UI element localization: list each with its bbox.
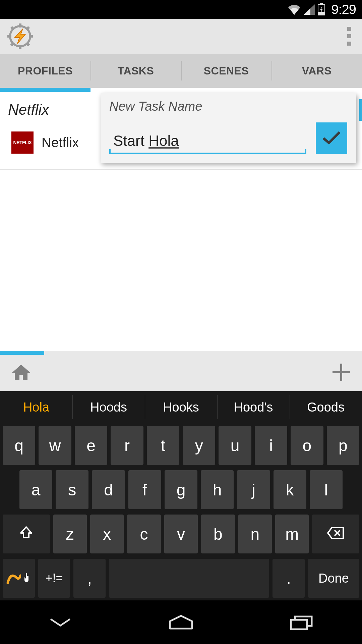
key-a[interactable]: a xyxy=(19,470,52,509)
tab-label: SCENES xyxy=(204,65,249,77)
nav-recent-button[interactable] xyxy=(282,612,322,632)
battery-charging-icon xyxy=(318,3,325,15)
tab-indicator xyxy=(0,88,90,92)
tab-profiles[interactable]: PROFILES xyxy=(0,54,90,88)
key-space[interactable] xyxy=(109,559,269,598)
suggestion-item[interactable]: Hood's xyxy=(217,391,290,423)
key-row-3: z x c v b n m xyxy=(0,512,362,556)
key-p[interactable]: p xyxy=(327,426,359,465)
suggestion-item[interactable]: Hoods xyxy=(72,391,145,423)
scroll-indicator xyxy=(359,99,362,121)
app-icon-netflix: NETFLIX xyxy=(11,131,34,154)
svg-rect-6 xyxy=(7,35,11,38)
key-v[interactable]: v xyxy=(164,515,198,553)
key-done[interactable]: Done xyxy=(308,559,359,598)
key-b[interactable]: b xyxy=(201,515,235,553)
input-underline xyxy=(109,153,306,154)
key-f[interactable]: f xyxy=(128,470,161,509)
tab-label: PROFILES xyxy=(18,65,73,77)
backspace-icon xyxy=(327,525,345,543)
home-button[interactable] xyxy=(11,363,32,383)
key-comma[interactable]: , xyxy=(73,559,106,598)
key-symbols[interactable]: +!= xyxy=(38,559,70,598)
svg-rect-4 xyxy=(19,23,21,28)
key-o[interactable]: o xyxy=(291,426,323,465)
confirm-button[interactable] xyxy=(316,122,347,154)
tab-label: VARS xyxy=(302,65,332,77)
toolbar-accent xyxy=(0,351,362,355)
key-k[interactable]: k xyxy=(274,470,306,509)
new-task-dialog: New Task Name Start Hola xyxy=(101,93,356,163)
svg-rect-5 xyxy=(19,45,21,49)
key-row-4: +!= , . Done xyxy=(0,556,362,600)
profile-app-label: Netflix xyxy=(42,135,79,150)
key-d[interactable]: d xyxy=(92,470,125,509)
key-w[interactable]: w xyxy=(39,426,71,465)
svg-rect-10 xyxy=(10,42,15,47)
input-text-prefix: Start xyxy=(113,132,148,149)
overflow-menu-button[interactable] xyxy=(347,27,355,46)
bottom-toolbar xyxy=(0,355,362,391)
suggestion-item[interactable]: Hola xyxy=(0,391,72,423)
shift-icon xyxy=(19,525,34,543)
key-c[interactable]: c xyxy=(127,515,161,553)
key-i[interactable]: i xyxy=(255,426,287,465)
svg-rect-7 xyxy=(29,35,33,38)
app-header xyxy=(0,19,362,54)
add-button[interactable] xyxy=(331,362,351,384)
svg-rect-11 xyxy=(26,42,30,47)
svg-rect-14 xyxy=(291,620,307,629)
suggestion-item[interactable]: Goods xyxy=(290,391,362,423)
key-period[interactable]: . xyxy=(273,559,305,598)
cell-signal-icon xyxy=(304,4,315,15)
suggestion-item[interactable]: Hooks xyxy=(145,391,217,423)
status-time: 9:29 xyxy=(331,2,356,17)
key-backspace[interactable] xyxy=(312,515,359,553)
tab-tasks[interactable]: TASKS xyxy=(90,54,181,88)
key-e[interactable]: e xyxy=(75,426,107,465)
key-u[interactable]: u xyxy=(219,426,251,465)
key-j[interactable]: j xyxy=(237,470,270,509)
svg-rect-9 xyxy=(26,26,30,31)
suggestion-bar: Hola Hoods Hooks Hood's Goods xyxy=(0,391,362,423)
key-z[interactable]: z xyxy=(53,515,87,553)
divider xyxy=(0,169,362,170)
key-m[interactable]: m xyxy=(275,515,309,553)
nav-back-button[interactable] xyxy=(40,612,80,632)
key-s[interactable]: s xyxy=(56,470,88,509)
tab-vars[interactable]: VARS xyxy=(272,54,362,88)
key-q[interactable]: q xyxy=(3,426,35,465)
key-row-1: q w e r t y u i o p xyxy=(0,423,362,468)
input-text-active: Hola xyxy=(148,132,179,149)
check-icon xyxy=(321,129,342,147)
nav-home-button[interactable] xyxy=(161,612,201,632)
swype-icon xyxy=(6,572,31,585)
key-y[interactable]: y xyxy=(183,426,215,465)
dialog-title: New Task Name xyxy=(109,99,347,114)
svg-rect-13 xyxy=(333,371,350,373)
key-l[interactable]: l xyxy=(310,470,343,509)
wifi-icon xyxy=(288,4,301,15)
key-swype[interactable] xyxy=(3,559,35,598)
key-n[interactable]: n xyxy=(238,515,272,553)
key-shift[interactable] xyxy=(3,515,50,553)
key-g[interactable]: g xyxy=(165,470,197,509)
tab-label: TASKS xyxy=(118,65,154,77)
key-r[interactable]: r xyxy=(111,426,143,465)
content-area: Netflix NETFLIX Netflix New Task Name St… xyxy=(0,92,362,391)
task-name-input[interactable]: Start Hola xyxy=(109,130,306,153)
tab-scenes[interactable]: SCENES xyxy=(181,54,272,88)
status-bar: 9:29 xyxy=(0,0,362,19)
key-t[interactable]: t xyxy=(147,426,179,465)
key-x[interactable]: x xyxy=(90,515,124,553)
navigation-bar xyxy=(0,600,362,644)
svg-rect-8 xyxy=(10,26,15,31)
soft-keyboard: Hola Hoods Hooks Hood's Goods q w e r t … xyxy=(0,391,362,600)
key-h[interactable]: h xyxy=(201,470,234,509)
app-logo-icon xyxy=(7,23,34,50)
key-row-2: a s d f g h j k l xyxy=(0,468,362,512)
svg-rect-2 xyxy=(318,12,325,15)
tab-bar: PROFILES TASKS SCENES VARS xyxy=(0,54,362,88)
